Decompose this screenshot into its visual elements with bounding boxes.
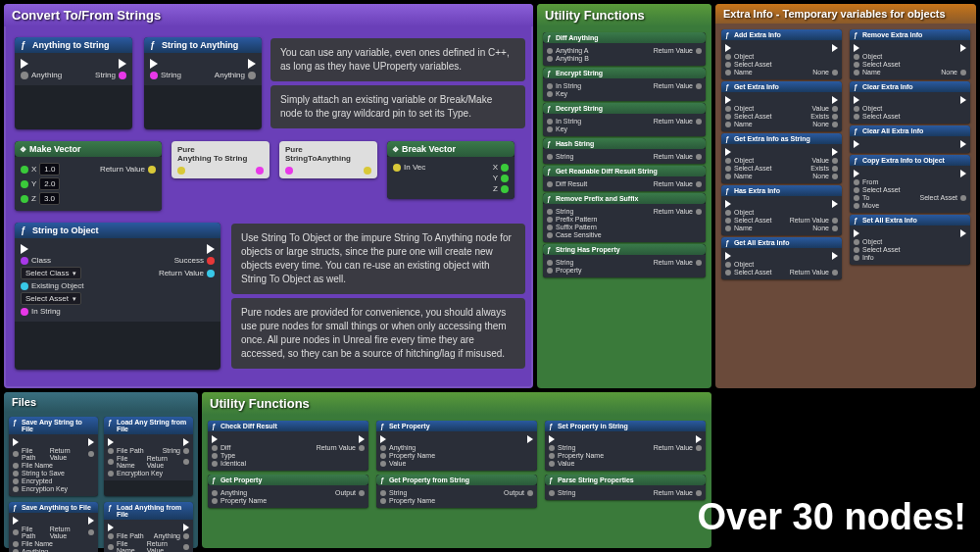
node[interactable]: Decrypt StringIn StringReturn ValueKey — [543, 103, 706, 136]
node[interactable]: Get PropertyAnythingOutputProperty Name — [208, 475, 368, 508]
panel-title: Utility Functions — [537, 4, 711, 26]
files-panel: Files Save Any String to FileFile PathRe… — [4, 392, 198, 548]
node[interactable]: Get Readable Diff Result StringDiff Resu… — [543, 166, 706, 191]
struct-icon: ⎆ — [393, 144, 398, 154]
node-make-vector[interactable]: ⎆Make Vector X1.0Return Value Y2.0 Z3.0 — [15, 141, 162, 211]
node[interactable]: Has Extra InfoObjectSelect AssetReturn V… — [721, 185, 842, 235]
node[interactable]: Parse String PropertiesStringReturn Valu… — [545, 475, 706, 500]
asset-dropdown[interactable]: Select Asset — [21, 292, 81, 305]
node[interactable]: Save Anything to FileFile PathReturn Val… — [9, 502, 98, 552]
node[interactable]: Get Property from StringStringOutputProp… — [376, 475, 537, 508]
node[interactable]: Hash StringStringReturn Value — [543, 138, 706, 164]
tagline-text: Over 30 nodes! — [697, 496, 966, 538]
node[interactable]: Clear Extra InfoObjectSelect Asset — [850, 81, 970, 124]
panel-title: Files — [4, 392, 198, 412]
node[interactable]: Diff AnythingAnything AReturn ValueAnyth… — [543, 32, 706, 66]
node[interactable]: Set All Extra InfoObjectSelect AssetInfo — [850, 215, 970, 265]
node[interactable]: Encrypt StringIn StringReturn ValueKey — [543, 68, 706, 101]
node[interactable]: Load Any String from FileFile PathString… — [104, 417, 193, 496]
node-string-to-object[interactable]: String to Object ClassSuccess Select Cla… — [15, 223, 220, 370]
node[interactable]: Get Extra Info as StringObjectValueSelec… — [721, 133, 842, 183]
function-icon — [150, 40, 158, 50]
node[interactable]: Add Extra InfoObjectSelect AssetNameNone — [721, 29, 842, 79]
node[interactable]: Get All Extra InfoObjectSelect AssetRetu… — [721, 237, 842, 279]
info-text-4: Pure nodes are provided for convenience,… — [231, 298, 525, 369]
node-string-to-anything[interactable]: String to Anything StringAnything — [144, 37, 262, 129]
node[interactable]: Remove Extra InfoObjectSelect AssetNameN… — [850, 29, 970, 79]
function-icon — [21, 40, 28, 50]
info-text-2: Simply attach an existing variable or Br… — [270, 85, 525, 128]
node[interactable]: Set Property in StringStringReturn Value… — [545, 421, 706, 471]
node[interactable]: Load Anything from FileFile PathAnything… — [104, 502, 193, 552]
info-text-3: Use String To Object or the impure Strin… — [231, 224, 525, 294]
struct-icon: ⎆ — [21, 144, 25, 154]
node[interactable]: Set PropertyAnythingProperty NameValue — [376, 421, 537, 471]
info-text-1: You can use any variable, even ones defi… — [270, 38, 525, 81]
panel-title: Extra Info - Temporary variables for obj… — [715, 4, 976, 24]
panel-title: Utility Functions — [202, 392, 711, 415]
node[interactable]: Save Any String to FileFile PathReturn V… — [9, 417, 98, 496]
extra-info-panel: Extra Info - Temporary variables for obj… — [715, 4, 976, 388]
node[interactable]: Clear All Extra Info — [850, 125, 970, 153]
panel-title: Convert To/From Strings — [4, 4, 533, 26]
node[interactable]: Copy Extra Info to ObjectFromSelect Asse… — [850, 155, 970, 213]
node[interactable]: Remove Prefix and SuffixStringReturn Val… — [543, 193, 706, 242]
node[interactable]: Check Diff ResultDiffReturn ValueTypeIde… — [208, 421, 368, 471]
node-anything-to-string[interactable]: Anything to String AnythingString — [15, 37, 132, 129]
node[interactable]: String Has PropertyStringReturn ValuePro… — [543, 244, 706, 277]
class-dropdown[interactable]: Select Class — [21, 267, 81, 279]
node[interactable]: Get Extra InfoObjectValueSelect AssetExi… — [721, 81, 842, 131]
convert-strings-panel: Convert To/From Strings Anything to Stri… — [4, 4, 533, 388]
node-break-vector[interactable]: ⎆Break Vector In VecX Y Z — [387, 141, 514, 199]
node-pure-string-to-anything[interactable]: PureStringToAnything — [279, 141, 377, 178]
utility-functions-panel-1: Utility Functions Diff AnythingAnything … — [537, 4, 711, 388]
function-icon — [21, 226, 28, 235]
utility-functions-panel-2: Utility Functions Check Diff ResultDiffR… — [202, 392, 711, 548]
node-pure-anything-to-string[interactable]: PureAnything To String — [172, 141, 270, 178]
